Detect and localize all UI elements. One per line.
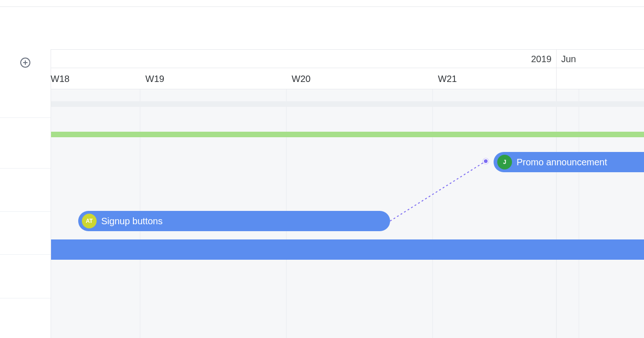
week-cell[interactable]: W (638, 68, 644, 89)
gutter-row-sep (0, 117, 51, 118)
add-row-button[interactable] (19, 56, 32, 69)
task-bar-wide[interactable] (51, 239, 644, 260)
row-placeholder-strip (51, 101, 644, 107)
plus-circle-icon (20, 57, 31, 68)
week-separator (579, 89, 579, 338)
gutter-row-sep (0, 211, 51, 212)
task-bar-signup[interactable]: AT Signup buttons (78, 211, 390, 231)
month-separator (556, 50, 557, 338)
group-bar-green[interactable] (51, 132, 644, 137)
task-label: Promo announcement (517, 157, 607, 168)
gutter-row-sep (0, 298, 51, 298)
week-cell[interactable]: W18 (45, 68, 140, 89)
timeline-year-month-header: 2019 Jun (51, 50, 644, 68)
task-label: Signup buttons (101, 216, 162, 227)
avatar-initials: AT (86, 218, 92, 224)
gutter-row-sep (0, 254, 51, 255)
svg-line-3 (390, 161, 486, 221)
year-label: 2019 (51, 50, 556, 68)
week-cell[interactable]: W21 (432, 68, 579, 89)
week-cell[interactable]: W20 (286, 68, 432, 89)
avatar-initials: J (503, 159, 506, 165)
timeline-week-header: W18 W19 W20 W21 W (51, 68, 644, 89)
month-cell[interactable]: Jun (556, 50, 644, 68)
timeline-area[interactable]: 2019 Jun W18 W19 W20 W21 W J Promo annou… (51, 49, 644, 338)
dependency-endpoint[interactable] (483, 158, 489, 164)
assignee-avatar: AT (82, 214, 97, 228)
left-gutter (0, 49, 51, 338)
task-bar-promo[interactable]: J Promo announcement (494, 152, 644, 172)
top-divider (0, 6, 644, 7)
assignee-avatar: J (497, 155, 512, 169)
gutter-row-sep (0, 168, 51, 169)
week-separator (432, 89, 433, 338)
week-cell[interactable]: W19 (140, 68, 286, 89)
